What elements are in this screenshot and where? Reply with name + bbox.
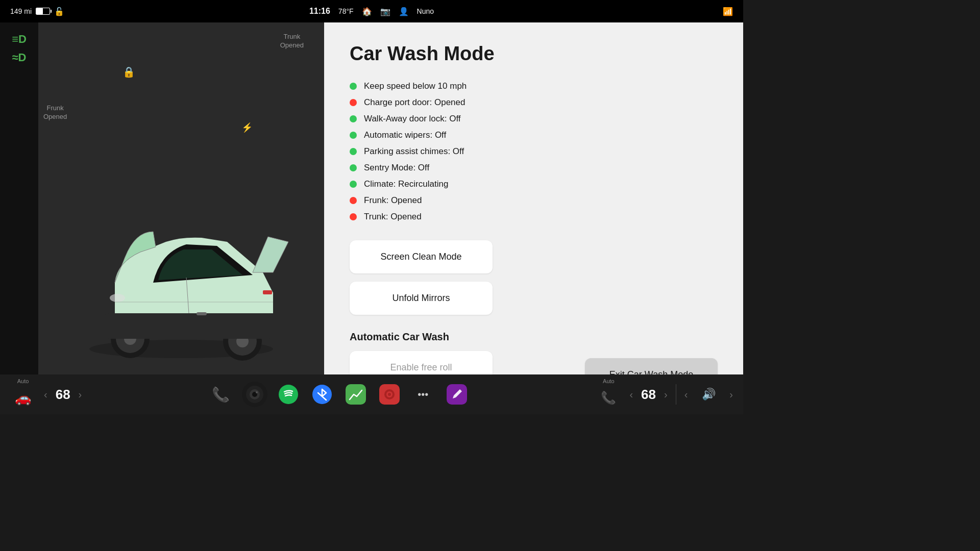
- temperature-display: 78°F: [338, 7, 354, 15]
- user-name: Nuno: [417, 7, 434, 15]
- dock-phone-right-icon[interactable]: 📞: [596, 385, 621, 411]
- unfold-mirrors-button[interactable]: Unfold Mirrors: [350, 282, 493, 315]
- dot-trunk: [350, 213, 357, 220]
- icon-fog-lights: ≈D: [5, 51, 33, 64]
- status-right: 📶: [723, 7, 733, 16]
- svg-rect-7: [105, 313, 273, 339]
- dock-camera-icon[interactable]: [242, 382, 267, 407]
- status-item-climate: Climate: Recirculating: [350, 179, 718, 189]
- status-item-trunk: Trunk: Opened: [350, 212, 718, 222]
- text-sentry: Sentry Mode: Off: [364, 163, 429, 173]
- status-list: Keep speed below 10 mph Charge port door…: [350, 81, 718, 222]
- top-left-icons-panel: ≡D ≈D: [0, 22, 38, 374]
- dock-more-icon[interactable]: •••: [410, 382, 436, 407]
- text-chargeport: Charge port door: Opened: [364, 97, 465, 108]
- status-item-chargeport: Charge port door: Opened: [350, 97, 718, 108]
- page-title: Car Wash Mode: [350, 43, 718, 65]
- left-panel: Trunk Opened Frunk Opened 🔒 ⚡: [38, 22, 324, 374]
- dock-next-speed-right[interactable]: ›: [664, 389, 668, 400]
- main-container: Trunk Opened Frunk Opened 🔒 ⚡: [38, 22, 743, 374]
- battery-bar: [36, 8, 50, 15]
- status-left: 149 mi 🔓: [10, 7, 64, 16]
- dock-prev-speed-left[interactable]: ‹: [44, 389, 47, 400]
- dot-walkaway: [350, 115, 357, 122]
- dock-phone-icon[interactable]: 📞: [208, 382, 234, 407]
- dot-climate: [350, 181, 357, 188]
- dock-divider: [676, 384, 676, 405]
- dock-speed-left: 68: [56, 387, 70, 403]
- dock-bluetooth-icon[interactable]: [309, 382, 335, 407]
- dot-wipers: [350, 132, 357, 139]
- battery-fill: [36, 8, 43, 14]
- dot-chargeport: [350, 99, 357, 106]
- dock-spotify-icon[interactable]: [276, 382, 301, 407]
- dot-speed: [350, 83, 357, 90]
- svg-point-15: [256, 391, 258, 393]
- text-walkaway: Walk-Away door lock: Off: [364, 114, 461, 124]
- trunk-label: Trunk Opened: [280, 33, 304, 50]
- wifi-icon: 📶: [723, 7, 733, 16]
- dock-center-section: 📞: [208, 382, 470, 407]
- status-bar: 149 mi 🔓 11:16 78°F 🏠 📷 👤 Nuno 📶: [0, 0, 743, 22]
- svg-rect-10: [263, 290, 272, 294]
- battery-indicator: [36, 8, 50, 15]
- svg-point-9: [110, 294, 125, 302]
- dock-volume-icon[interactable]: 🔊: [696, 382, 721, 407]
- dock-car-group: Auto 🚗: [10, 378, 36, 411]
- dock-vol-next[interactable]: ›: [729, 389, 733, 400]
- status-center: 11:16 78°F 🏠 📷 👤 Nuno: [309, 7, 434, 16]
- dock-right-phone-group: Auto 📞: [596, 378, 621, 411]
- right-panel: Car Wash Mode Keep speed below 10 mph Ch…: [324, 22, 743, 374]
- svg-rect-11: [197, 312, 207, 315]
- text-trunk: Trunk: Opened: [364, 212, 422, 222]
- auto-wash-section: Automatic Car Wash Enable free roll Pres…: [350, 331, 718, 374]
- text-parking: Parking assist chimes: Off: [364, 146, 464, 157]
- auto-wash-title: Automatic Car Wash: [350, 331, 718, 343]
- dot-frunk: [350, 197, 357, 204]
- svg-rect-18: [346, 384, 366, 405]
- status-item-sentry: Sentry Mode: Off: [350, 163, 718, 173]
- car-charge-icon: ⚡: [241, 122, 253, 133]
- dock-left-section: Auto 🚗 ‹ 68 ›: [10, 378, 82, 411]
- time-display: 11:16: [309, 7, 330, 16]
- car-view: Trunk Opened Frunk Opened 🔒 ⚡: [38, 22, 324, 374]
- status-item-wipers: Automatic wipers: Off: [350, 130, 718, 140]
- lock-status-icon: 🔓: [54, 7, 64, 16]
- text-wipers: Automatic wipers: Off: [364, 130, 446, 140]
- dock-right-section: Auto 📞 ‹ 68 › ‹ 🔊 ›: [596, 378, 733, 411]
- dock-vol-prev[interactable]: ‹: [684, 389, 688, 400]
- dock-chart-icon[interactable]: [343, 382, 369, 407]
- dock-record-icon[interactable]: [377, 382, 402, 407]
- svg-point-22: [388, 393, 391, 396]
- auto-wash-row: Enable free roll Press brake and shift t…: [350, 351, 718, 374]
- dock-pencil-icon[interactable]: [444, 382, 470, 407]
- screen-clean-mode-button[interactable]: Screen Clean Mode: [350, 240, 493, 273]
- user-icon: 👤: [399, 7, 409, 16]
- frunk-label: Frunk Opened: [43, 104, 67, 121]
- text-climate: Climate: Recirculating: [364, 179, 448, 189]
- icon-headlights: ≡D: [5, 33, 33, 46]
- dot-sentry: [350, 164, 357, 171]
- camera-icon: 📷: [380, 7, 390, 16]
- dock-car-icon[interactable]: 🚗: [10, 385, 36, 411]
- dock-next-speed-left[interactable]: ›: [79, 389, 82, 400]
- left-auto-wash: Enable free roll Press brake and shift t…: [350, 351, 493, 374]
- action-buttons: Screen Clean Mode Unfold Mirrors: [350, 240, 718, 315]
- status-item-frunk: Frunk: Opened: [350, 195, 718, 206]
- text-frunk: Frunk: Opened: [364, 195, 422, 206]
- text-speed: Keep speed below 10 mph: [364, 81, 467, 91]
- dock-label-auto-left: Auto: [17, 378, 29, 384]
- home-icon: 🏠: [362, 7, 372, 16]
- status-item-parking: Parking assist chimes: Off: [350, 146, 718, 157]
- dock-speed-right: 68: [641, 387, 656, 403]
- car-svg: [74, 191, 288, 364]
- bottom-dock: Auto 🚗 ‹ 68 › 📞: [0, 374, 743, 414]
- car-lock-icon: 🔒: [122, 66, 135, 78]
- dot-parking: [350, 148, 357, 155]
- mileage-display: 149 mi: [10, 7, 32, 15]
- exit-car-wash-button[interactable]: Exit Car Wash Mode: [585, 358, 718, 374]
- dock-prev-speed-right[interactable]: ‹: [629, 389, 633, 400]
- enable-free-roll-button[interactable]: Enable free roll: [350, 351, 493, 374]
- dock-label-auto-right: Auto: [603, 378, 615, 384]
- status-item-speed: Keep speed below 10 mph: [350, 81, 718, 91]
